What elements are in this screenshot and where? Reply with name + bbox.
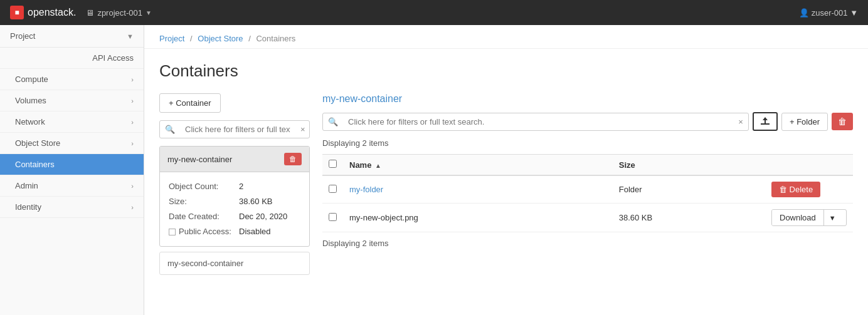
sidebar-item-containers[interactable]: Containers [0, 154, 144, 175]
breadcrumb-current: Containers [256, 34, 295, 43]
right-panel-title: my-new-container [322, 93, 853, 105]
breadcrumb-object-store[interactable]: Object Store [198, 34, 243, 43]
sort-arrow-icon: ▲ [375, 162, 381, 169]
row-checkbox-cell [322, 204, 343, 232]
size-col-label: Size [619, 160, 635, 170]
displaying-footer: Displaying 2 items [322, 239, 853, 248]
public-access-checkbox[interactable] [169, 229, 176, 235]
right-search-bar: 🔍 × + Folder 🗑 [322, 112, 853, 131]
delete-object-button[interactable]: 🗑 Delete [771, 182, 820, 197]
sidebar-item-network[interactable]: Network › [0, 111, 144, 133]
detail-row-count: Object Count: 2 [169, 180, 300, 194]
chevron-right-icon: › [131, 140, 134, 147]
project-selector[interactable]: 🖥 zproject-001 ▼ [86, 8, 151, 18]
select-all-checkbox[interactable] [329, 160, 337, 168]
name-col-label: Name [349, 160, 371, 170]
container-details-table: Object Count: 2 Size: 38.60 KB Date Crea… [167, 178, 302, 240]
objects-tbody: my-folderFolder🗑 Deletemy-new-object.png… [322, 175, 853, 232]
compute-label: Compute [15, 75, 48, 84]
chevron-down-icon: ▼ [146, 9, 152, 16]
svg-marker-2 [763, 117, 768, 120]
layout: Project ▼ API Access Compute › Volumes ›… [0, 25, 868, 315]
chevron-right-icon: › [131, 182, 134, 190]
delete-container-button[interactable]: 🗑 [832, 113, 853, 130]
left-panel: + Container 🔍 × my-new-container 🗑 [159, 93, 310, 275]
topnav: ■ openstack. 🖥 zproject-001 ▼ 👤 zuser-00… [0, 0, 868, 25]
chevron-right-icon: › [131, 97, 134, 105]
container-delete-button[interactable]: 🗑 [284, 153, 302, 165]
object-count-label: Object Count: [169, 180, 238, 194]
name-col-header[interactable]: Name ▲ [343, 155, 613, 176]
openstack-logo-icon: ■ [10, 6, 24, 19]
second-container-name: my-second-container [167, 259, 243, 268]
main-content: Project / Object Store / Containers Cont… [144, 25, 868, 315]
admin-label: Admin [15, 181, 38, 190]
object-count-value: 2 [239, 180, 300, 194]
search-icon: 🔍 [160, 121, 180, 138]
object-name-link[interactable]: my-folder [349, 185, 383, 194]
date-created-label: Date Created: [169, 210, 238, 224]
chevron-right-icon: › [131, 118, 134, 126]
size-label: Size: [169, 195, 238, 209]
download-button-group: Download▼ [771, 209, 847, 226]
user-menu[interactable]: 👤 zuser-001 ▼ [799, 8, 858, 18]
object-name-cell: my-new-object.png [343, 204, 613, 232]
add-folder-button[interactable]: + Folder [781, 113, 828, 131]
size-value: 38.60 KB [239, 195, 300, 209]
public-access-row: Public Access: [169, 225, 238, 239]
sidebar-project-label: Project [10, 31, 35, 41]
user-icon: 👤 [799, 8, 809, 18]
search-clear-icon[interactable]: × [733, 113, 748, 130]
table-header: Name ▲ Size [322, 155, 853, 176]
detail-row-public: Public Access: Disabled [169, 225, 300, 239]
breadcrumb-project[interactable]: Project [159, 34, 184, 43]
network-label: Network [15, 117, 45, 127]
right-panel: my-new-container 🔍 × [322, 93, 853, 275]
sidebar-item-identity[interactable]: Identity › [0, 197, 144, 218]
download-button[interactable]: Download [772, 210, 824, 225]
container-search-input[interactable] [180, 121, 295, 138]
object-action-cell: 🗑 Delete [765, 175, 853, 204]
search-clear-icon[interactable]: × [295, 121, 310, 138]
upload-button[interactable] [753, 112, 778, 131]
public-access-label: Public Access: [179, 225, 231, 239]
container-card-body: Object Count: 2 Size: 38.60 KB Date Crea… [160, 172, 309, 246]
row-checkbox[interactable] [329, 213, 337, 221]
identity-label: Identity [15, 202, 41, 212]
sidebar-item-compute[interactable]: Compute › [0, 69, 144, 90]
object-search-input[interactable] [343, 113, 733, 130]
logo-text: openstack. [28, 7, 76, 18]
table-row: my-folderFolder🗑 Delete [322, 175, 853, 204]
add-container-button[interactable]: + Container [159, 93, 221, 113]
download-caret-button[interactable]: ▼ [824, 210, 841, 225]
detail-row-size: Size: 38.60 KB [169, 195, 300, 209]
sidebar-item-object-store[interactable]: Object Store › [0, 133, 144, 154]
right-search-input-wrap: 🔍 × [322, 113, 749, 131]
items-count: Displaying 2 items [322, 138, 853, 148]
table-row: my-new-object.png38.60 KBDownload▼ [322, 204, 853, 232]
search-icon: 🔍 [323, 113, 343, 130]
sidebar-item-admin[interactable]: Admin › [0, 175, 144, 197]
svg-rect-0 [761, 123, 770, 125]
date-created-value: Dec 20, 2020 [239, 210, 300, 224]
sidebar-item-volumes[interactable]: Volumes › [0, 90, 144, 111]
container-card-header: my-new-container 🗑 [160, 147, 309, 172]
breadcrumb-sep-2: / [248, 34, 251, 43]
user-chevron-icon: ▼ [850, 8, 858, 18]
page-content: Containers + Container 🔍 × my-new-contai… [144, 49, 868, 287]
select-all-col [322, 155, 343, 176]
container-card: my-new-container 🗑 Object Count: 2 Size [159, 146, 310, 247]
chevron-right-icon: › [131, 204, 134, 211]
size-col-header: Size [613, 155, 765, 176]
breadcrumb: Project / Object Store / Containers [144, 25, 868, 49]
row-checkbox[interactable] [329, 185, 337, 193]
logo: ■ openstack. [10, 6, 76, 19]
container-card-name: my-new-container [167, 155, 232, 164]
object-size-cell: 38.60 KB [613, 204, 765, 232]
sidebar-item-api-access[interactable]: API Access [0, 48, 144, 69]
second-container-item[interactable]: my-second-container [159, 252, 310, 275]
row-checkbox-cell [322, 175, 343, 204]
sidebar-project-section[interactable]: Project ▼ [0, 25, 144, 48]
page-title: Containers [159, 61, 853, 81]
container-search-bar: 🔍 × [159, 120, 310, 138]
